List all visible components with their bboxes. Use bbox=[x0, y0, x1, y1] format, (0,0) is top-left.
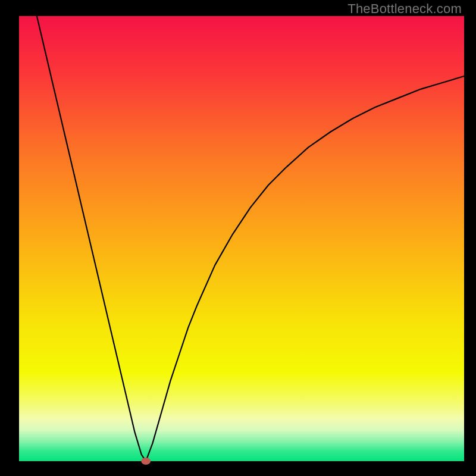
bottleneck-marker bbox=[141, 458, 151, 465]
plot-background bbox=[19, 16, 464, 461]
chart-svg bbox=[0, 0, 476, 476]
chart-frame: TheBottleneck.com bbox=[0, 0, 476, 476]
watermark-text: TheBottleneck.com bbox=[347, 1, 462, 17]
